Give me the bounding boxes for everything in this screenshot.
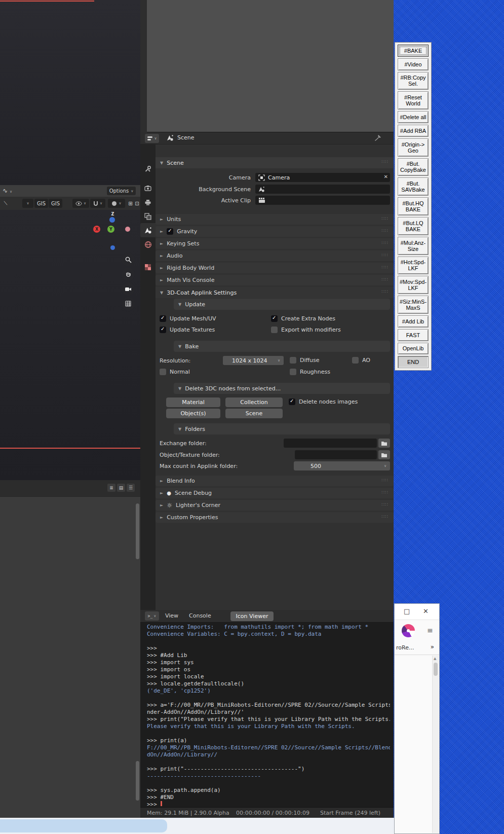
- script-button-mul-anz-size[interactable]: #Mul:Anz- Size: [398, 237, 429, 255]
- properties-tab-images[interactable]: [140, 209, 156, 224]
- object-texture-folder-browse-button[interactable]: [378, 450, 390, 459]
- menu-console[interactable]: Console: [189, 612, 211, 619]
- applink-panel-header[interactable]: ▼ 3D-Coat Applink Settings ∷∷: [156, 287, 394, 298]
- delete-nodes-subpanel-header[interactable]: ▼Delete 3DC nodes from selected...: [174, 383, 390, 394]
- gis-button-2[interactable]: GIS: [49, 199, 62, 208]
- properties-tab-render[interactable]: [140, 181, 156, 195]
- properties-tab-printer[interactable]: [140, 195, 156, 209]
- scene-button[interactable]: Scene: [225, 409, 283, 418]
- camera-field[interactable]: Camera ✕: [255, 173, 390, 182]
- list-dense-icon[interactable]: ☰: [127, 484, 135, 492]
- script-button-end[interactable]: END: [398, 356, 429, 368]
- section-checkbox[interactable]: [167, 228, 173, 235]
- taskbar-active-app-pill[interactable]: [0, 819, 167, 832]
- exchange-folder-browse-button[interactable]: [378, 439, 390, 448]
- shading-dropdown[interactable]: ∨: [108, 199, 125, 208]
- list-filter-icon[interactable]: ▤: [117, 484, 125, 492]
- panel-scrollbar-thumb[interactable]: [136, 503, 139, 559]
- objects-button[interactable]: Object(s): [166, 409, 220, 418]
- checkbox-export-with-modifiers[interactable]: Export with modifiers: [271, 327, 341, 333]
- cursor-tool-icon[interactable]: ⟍: [1, 199, 10, 208]
- checkbox-box[interactable]: [160, 327, 166, 333]
- panel-drag-handle[interactable]: ∷∷: [382, 216, 389, 221]
- script-button-hot-spd-lkf[interactable]: #Hot:Spd- LKF: [398, 257, 429, 275]
- checkbox-update-textures[interactable]: Update Textures: [160, 327, 215, 333]
- properties-tab-scene[interactable]: [140, 223, 156, 237]
- panel-scrollbar-thumb-lower[interactable]: [136, 761, 139, 801]
- checkbox-roughness[interactable]: Roughness: [290, 369, 330, 375]
- panel-drag-handle[interactable]: ∷∷: [382, 289, 389, 294]
- script-button-but-lq-bake[interactable]: #But.LQ BAKE: [398, 217, 429, 235]
- gis-button-1[interactable]: GIS: [34, 199, 48, 208]
- section-math-vis-console[interactable]: ►Math Vis Console∷∷: [156, 275, 394, 285]
- material-button[interactable]: Material: [166, 397, 220, 407]
- overlay-toggle-icon[interactable]: ⊞: [127, 199, 134, 208]
- script-button-video[interactable]: #Video: [398, 58, 429, 70]
- section-lighter-s-corner[interactable]: ►☼Lighter's Corner∷∷: [156, 500, 394, 511]
- visibility-dropdown[interactable]: ∨: [72, 199, 89, 208]
- list-numbered-icon[interactable]: ≣: [107, 484, 115, 492]
- object-texture-folder-input[interactable]: [295, 450, 377, 459]
- script-button-reset-world[interactable]: #Reset World: [398, 91, 429, 110]
- checkbox-normal[interactable]: Normal: [160, 369, 190, 375]
- checkbox-diffuse[interactable]: Diffuse: [290, 357, 320, 364]
- camera-view-button[interactable]: [122, 282, 135, 296]
- script-button-openlib[interactable]: OpenLib: [398, 343, 429, 355]
- console-output[interactable]: Convenience Imports: from mathutils impo…: [147, 624, 390, 806]
- panel-drag-handle[interactable]: ∷∷: [382, 240, 389, 245]
- background-scene-field[interactable]: [255, 185, 390, 194]
- checkbox-box[interactable]: [160, 369, 166, 375]
- falloff-curve-icon[interactable]: ∿ ∨: [3, 187, 12, 194]
- properties-tab-wrench[interactable]: [140, 162, 156, 176]
- mode-dropdown[interactable]: ∨: [22, 199, 33, 208]
- checkbox-box[interactable]: [271, 327, 278, 333]
- scrollbar-thumb[interactable]: [434, 663, 438, 676]
- panel-drag-handle[interactable]: ∷∷: [382, 490, 389, 495]
- gizmo-z-axis[interactable]: Z: [109, 211, 116, 217]
- folders-subpanel-header[interactable]: ▼Folders: [174, 423, 390, 434]
- xray-toggle-icon[interactable]: ⊡: [134, 199, 140, 208]
- scene-panel-header[interactable]: ▼ Scene ∷∷: [156, 157, 394, 168]
- mini-window-titlebar[interactable]: □ ✕: [395, 604, 439, 620]
- gizmo-z-dot[interactable]: [109, 217, 115, 223]
- clear-camera-icon[interactable]: ✕: [384, 174, 388, 179]
- panel-drag-handle[interactable]: ∷∷: [382, 478, 389, 483]
- section-units[interactable]: ►Units∷∷: [156, 214, 394, 225]
- script-button-fast[interactable]: FAST: [398, 329, 429, 341]
- script-button-mov-spd-lkf[interactable]: #Mov:Spd- LKF: [398, 276, 429, 294]
- checkbox-update-mesh-uv[interactable]: Update Mesh/UV: [160, 315, 216, 322]
- script-button-origin-geo[interactable]: #Origin-> Geo: [398, 138, 429, 157]
- section-gravity[interactable]: ►Gravity∷∷: [156, 226, 394, 237]
- script-button-but-hq-bake[interactable]: #But.HQ BAKE: [398, 197, 429, 215]
- exchange-folder-input[interactable]: [284, 439, 377, 448]
- max-count-field[interactable]: 500 ∨: [294, 461, 390, 470]
- active-clip-field[interactable]: [255, 196, 390, 205]
- editor-type-button[interactable]: ∨: [145, 134, 159, 143]
- panel-drag-handle[interactable]: ∷∷: [382, 502, 389, 507]
- checkbox-box[interactable]: [290, 357, 296, 364]
- section-scene-debug[interactable]: ►●Scene Debug∷∷: [156, 488, 394, 498]
- 3d-viewport[interactable]: Z X Y: [0, 210, 140, 480]
- properties-tab-world[interactable]: [140, 237, 156, 251]
- script-button-but-copybake[interactable]: #But. CopyBake: [398, 158, 429, 176]
- close-icon[interactable]: ✕: [423, 607, 429, 615]
- update-subpanel-header[interactable]: ▼Update: [174, 299, 390, 310]
- resolution-dropdown[interactable]: 1024 x 1024 ∨: [223, 356, 284, 365]
- script-button-add-lib[interactable]: #Add Lib: [398, 315, 429, 328]
- panel-drag-handle[interactable]: ∷∷: [382, 252, 389, 258]
- options-button[interactable]: Options ∨: [107, 187, 136, 195]
- checkbox-delete-nodes-images[interactable]: Delete nodes images: [289, 398, 358, 405]
- script-button-but-savbake[interactable]: #But. SAVBake: [398, 177, 429, 196]
- checkbox-box[interactable]: [290, 369, 296, 375]
- scroll-up-icon[interactable]: ▲: [434, 657, 436, 661]
- gizmo-y-axis[interactable]: Y: [107, 226, 114, 233]
- script-button-bake[interactable]: #BAKE: [398, 45, 429, 57]
- bake-subpanel-header[interactable]: ▼Bake: [174, 341, 390, 352]
- zoom-button[interactable]: [122, 253, 135, 266]
- panel-drag-handle[interactable]: ∷∷: [382, 277, 389, 282]
- checkbox-ao[interactable]: AO: [352, 357, 370, 364]
- section-blend-info[interactable]: ►Blend Info∷∷: [156, 476, 394, 486]
- checkbox-box[interactable]: [160, 315, 166, 322]
- hamburger-menu-icon[interactable]: ≡: [427, 626, 433, 634]
- checkbox-box[interactable]: [289, 398, 295, 405]
